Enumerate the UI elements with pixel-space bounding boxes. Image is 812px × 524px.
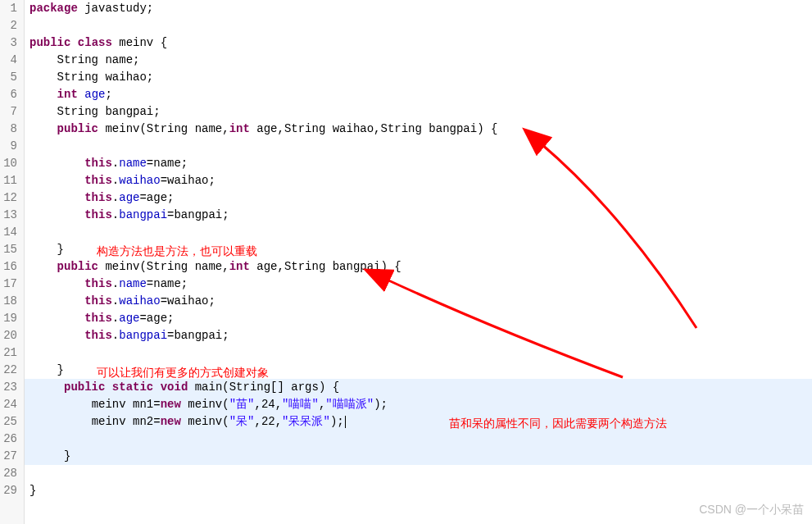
code-line[interactable]: int age; — [25, 86, 812, 103]
line-number: 8 — [0, 121, 17, 138]
code-line[interactable]: } — [25, 482, 812, 499]
line-number: 4 — [0, 52, 17, 69]
line-number: 13 — [0, 207, 17, 224]
line-number: 27 — [0, 448, 17, 465]
code-line[interactable]: String name; — [25, 52, 812, 69]
line-number: 23 — [0, 379, 17, 396]
line-number: 6 — [0, 86, 17, 103]
code-line[interactable]: } — [25, 448, 812, 465]
code-line[interactable]: public class meinv { — [25, 34, 812, 52]
line-number: 15 — [0, 241, 17, 258]
line-number: 26 — [0, 431, 17, 448]
code-line[interactable]: public static void main(String[] args) { — [25, 379, 812, 396]
line-number: 22 — [0, 362, 17, 379]
code-line[interactable]: public meinv(String name,int age,String … — [25, 258, 812, 276]
code-line[interactable]: String bangpai; — [25, 103, 812, 121]
annotation-text: 构造方法也是方法，也可以重载 — [97, 244, 257, 259]
code-line[interactable] — [25, 138, 812, 155]
code-line[interactable] — [25, 344, 812, 362]
code-line[interactable]: this.age=age; — [25, 310, 812, 327]
code-line[interactable] — [25, 465, 812, 482]
code-line[interactable]: this.name=name; — [25, 155, 812, 172]
code-line[interactable]: package javastudy; — [25, 0, 812, 17]
code-line[interactable]: this.age=age; — [25, 189, 812, 207]
line-number: 3 — [0, 34, 17, 52]
line-number: 2 — [0, 17, 17, 34]
annotation-text: 可以让我们有更多的方式创建对象 — [97, 366, 269, 380]
line-number: 20 — [0, 327, 17, 344]
code-line[interactable]: this.bangpai=bangpai; — [25, 327, 812, 344]
line-number: 7 — [0, 103, 17, 121]
code-line[interactable]: this.bangpai=bangpai; — [25, 207, 812, 224]
code-line[interactable]: String waihao; — [25, 69, 812, 86]
code-line[interactable] — [25, 17, 812, 34]
code-line[interactable]: this.name=name; — [25, 276, 812, 293]
line-number: 1 — [0, 0, 17, 17]
code-line[interactable]: meinv mn2=new meinv("呆",22,"呆呆派"); — [25, 413, 812, 431]
code-line[interactable]: this.waihao=waihao; — [25, 293, 812, 310]
code-line[interactable]: public meinv(String name,int age,String … — [25, 121, 812, 138]
line-number: 14 — [0, 224, 17, 241]
line-number: 18 — [0, 293, 17, 310]
line-number: 11 — [0, 172, 17, 189]
line-number: 16 — [0, 258, 17, 276]
line-number: 17 — [0, 276, 17, 293]
line-number: 19 — [0, 310, 17, 327]
annotation-text: 苗和呆的属性不同，因此需要两个构造方法 — [449, 417, 667, 431]
line-number: 29 — [0, 482, 17, 499]
line-number: 28 — [0, 465, 17, 482]
code-editor: 1 2 3 4 5 6 7 8 9 10 11 12 13 14 15 16 1… — [0, 0, 812, 524]
line-number: 24 — [0, 396, 17, 413]
code-line[interactable]: this.waihao=waihao; — [25, 172, 812, 189]
line-number: 25 — [0, 413, 17, 431]
line-gutter: 1 2 3 4 5 6 7 8 9 10 11 12 13 14 15 16 1… — [0, 0, 25, 524]
code-line[interactable]: meinv mn1=new meinv("苗",24,"喵喵","喵喵派"); — [25, 396, 812, 413]
code-line[interactable] — [25, 224, 812, 241]
code-area[interactable]: package javastudy; public class meinv { … — [25, 0, 812, 524]
line-number: 10 — [0, 155, 17, 172]
line-number: 5 — [0, 69, 17, 86]
watermark-text: CSDN @一个小呆苗 — [699, 503, 804, 517]
line-number: 21 — [0, 344, 17, 362]
code-line[interactable] — [25, 431, 812, 448]
line-number: 12 — [0, 189, 17, 207]
line-number: 9 — [0, 138, 17, 155]
